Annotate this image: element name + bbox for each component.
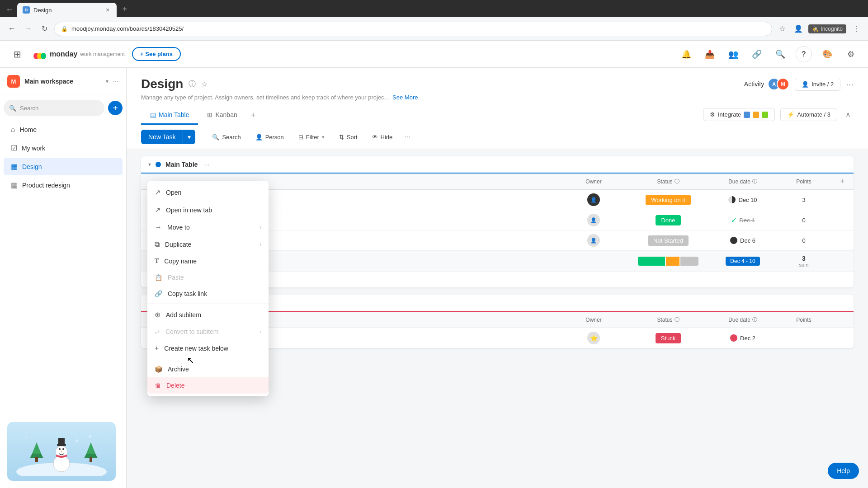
hide-button[interactable]: 👁 Hide [367,131,398,143]
automate-button[interactable]: ⚡ Automate / 3 [780,108,837,121]
search-button[interactable]: 🔍 Search [207,131,246,143]
row-due-4[interactable]: Dec 2 [709,331,777,345]
browser-star-icon[interactable]: ☆ [776,23,788,35]
board-toolbar: New Task ▾ 🔍 Search 👤 Person ⊟ Filter ▾ … [127,125,868,149]
integrations-icon[interactable]: 🔗 [749,46,765,62]
menu-item-archive[interactable]: 📦 Archive [147,361,269,377]
browser-menu-icon[interactable]: ⋮ [850,23,863,35]
nav-refresh[interactable]: ↻ [38,23,51,35]
help-button[interactable]: Help [828,463,859,479]
sidebar-item-home[interactable]: ⌂ Home [4,121,123,138]
browser-back-fwd[interactable]: ← [4,5,15,17]
row-status-1[interactable]: Working on it [627,191,709,209]
menu-item-copy-link[interactable]: 🔗 Copy task link [147,286,269,302]
row-owner-1[interactable]: 👤 [560,190,627,210]
menu-item-open[interactable]: ↗ Open [147,183,269,201]
row-owner-3[interactable]: 👤 [560,230,627,250]
board-title-row: Design ⓘ ☆ Activity A M 👤 Invite / 2 ··· [141,77,854,91]
sort-button[interactable]: ⇅ Sort [334,131,363,143]
board-info-icon[interactable]: ⓘ [189,80,196,89]
integrate-button[interactable]: ⚙ Integrate [703,108,775,121]
row-owner-2[interactable]: 👤 [560,210,627,230]
app-top-bar: ⊞ monday work management + See plans 🔔 📥… [0,41,868,68]
new-task-dropdown-button[interactable]: ▾ [183,130,195,144]
help-icon[interactable]: ? [796,46,812,62]
color-palette-icon[interactable]: 🎨 [819,46,835,62]
person-label: Person [265,134,284,141]
row-status-4[interactable]: Stuck [627,329,709,347]
row-points-3[interactable]: 0 [777,234,831,248]
move-to-icon: → [155,223,162,231]
nav-back[interactable]: ← [5,23,18,35]
address-bar[interactable]: 🔒 moodjoy.monday.com/boards/1830420525/ [54,22,772,36]
nav-forward[interactable]: → [22,23,34,35]
date-range-badge: Dec 4 - 10 [726,257,760,266]
group-1-more-icon[interactable]: ··· [204,161,209,168]
board-more-icon[interactable]: ··· [846,79,854,89]
menu-item-create-below[interactable]: + Create new task below [147,340,269,357]
paste-label: Paste [168,274,184,281]
toolbar-more-button[interactable]: ··· [401,130,413,144]
see-plans-button[interactable]: + See plans [132,47,181,61]
see-more-link[interactable]: See More [392,94,418,101]
row-points-1[interactable]: 3 [777,193,831,207]
sidebar-search-icon: 🔍 [9,105,16,112]
add-tab-button[interactable]: + [246,106,260,125]
board-right-actions: ⚙ Integrate ⚡ Automate / 3 ∧ [703,108,854,123]
invite-button[interactable]: 👤 Invite / 2 [795,78,840,91]
tab-kanban[interactable]: ⊞ Kanban [198,106,246,125]
menu-item-open-new-tab[interactable]: ↗ Open in new tab [147,201,269,219]
sidebar-search-box[interactable]: 🔍 Search [4,100,104,116]
invite-label: Invite / 2 [811,81,834,88]
collapse-icon[interactable]: ∧ [843,108,854,122]
board-tabs-row: ▤ Main Table ⊞ Kanban + ⚙ Integrate [141,106,854,125]
move-to-arrow-icon: › [259,224,261,230]
th-add-col[interactable]: + [831,174,854,189]
tab-close-icon[interactable]: × [104,6,111,14]
row-points-2[interactable]: 0 [777,213,831,227]
row-status-2[interactable]: Done [627,211,709,229]
footer-owner [560,257,627,266]
new-task-button[interactable]: New Task [141,130,183,144]
app-layout: ⊞ monday work management + See plans 🔔 📥… [0,41,868,488]
group-1-chevron-icon[interactable]: ▾ [148,161,151,168]
filter-icon: ⊟ [298,134,303,141]
new-tab-button[interactable]: + [118,3,131,15]
global-search-icon[interactable]: 🔍 [772,46,788,62]
workspace-more-icon[interactable]: ··· [113,77,119,85]
inbox-icon[interactable]: 📥 [702,46,718,62]
menu-item-delete[interactable]: 🗑 Delete [147,377,269,394]
row-owner-4[interactable]: ⭐ [560,328,627,348]
svg-point-15 [59,448,61,450]
row-due-1[interactable]: Dec 10 [709,192,777,207]
filter-button[interactable]: ⊟ Filter ▾ [293,131,330,143]
address-text: moodjoy.monday.com/boards/1830420525/ [71,25,184,32]
row-due-2[interactable]: ✓ Dec 4 [709,212,777,228]
svg-point-16 [62,448,64,450]
archive-icon: 📦 [155,366,162,373]
sidebar-add-button[interactable]: + [108,101,123,115]
sidebar-item-design[interactable]: ▦ Design [4,158,123,175]
sidebar-item-product-redesign[interactable]: ▦ Product redesign [4,176,123,194]
activity-section[interactable]: Activity A M [744,78,789,90]
main-table-label: Main Table [159,111,189,118]
browser-profile-icon[interactable]: 👤 [792,23,805,35]
mywork-label: My work [22,145,45,152]
settings-icon[interactable]: ⚙ [843,46,859,62]
row-due-3[interactable]: Dec 6 [709,233,777,248]
sidebar-item-mywork[interactable]: ☑ My work [4,139,123,157]
apps-grid-icon[interactable]: ⊞ [9,46,25,62]
menu-item-move-to[interactable]: → Move to › [147,219,269,236]
notifications-icon[interactable]: 🔔 [678,46,694,62]
board-star-icon[interactable]: ☆ [201,80,208,89]
person-button[interactable]: 👤 Person [250,131,289,143]
menu-item-duplicate[interactable]: ⧉ Duplicate › [147,236,269,253]
row-status-3[interactable]: Not Started [627,232,709,249]
menu-item-copy-name[interactable]: T Copy name [147,253,269,269]
menu-item-add-subitem[interactable]: ⊕ Add subitem [147,306,269,324]
tab-main-table[interactable]: ▤ Main Table [141,106,198,125]
workspace-header[interactable]: M Main workspace ▾ ··· [0,68,126,95]
team-icon[interactable]: 👥 [725,46,741,62]
row-points-4[interactable] [777,334,831,342]
active-tab[interactable]: D Design × [17,3,117,17]
